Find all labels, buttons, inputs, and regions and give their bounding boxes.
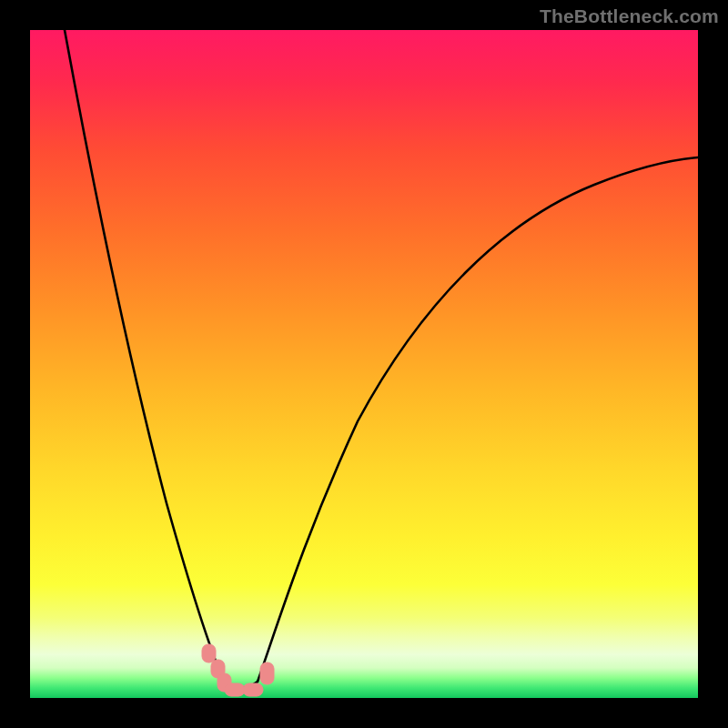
bottleneck-marker bbox=[202, 644, 274, 696]
watermark-text: TheBottleneck.com bbox=[540, 5, 719, 27]
chart-frame: TheBottleneck.com bbox=[0, 0, 728, 728]
svg-rect-1 bbox=[202, 644, 216, 662]
svg-rect-4 bbox=[225, 683, 245, 696]
svg-rect-5 bbox=[243, 683, 263, 696]
svg-rect-6 bbox=[260, 662, 274, 684]
plot-area bbox=[30, 30, 698, 698]
marker-layer bbox=[30, 30, 698, 698]
